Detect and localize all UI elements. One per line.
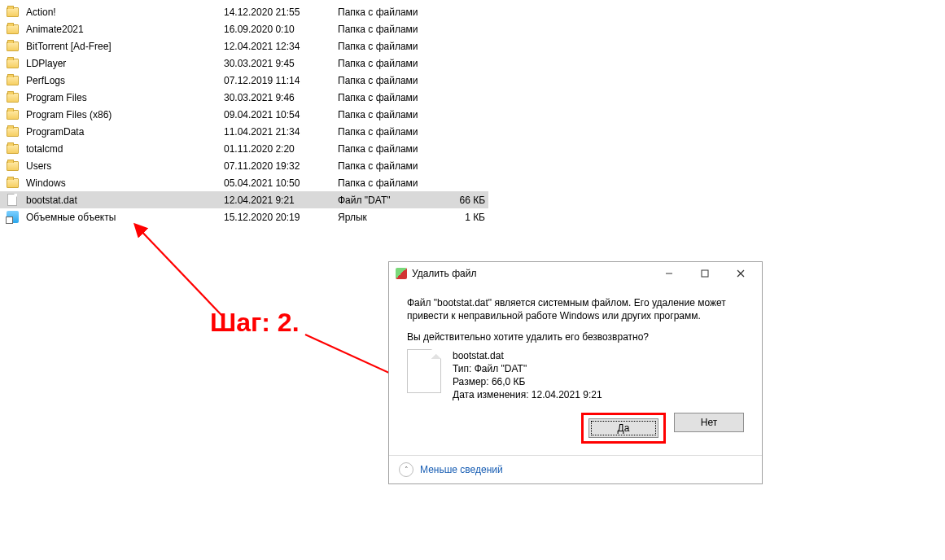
folder-icon xyxy=(0,93,24,103)
file-date-cell: 05.04.2021 10:50 xyxy=(224,177,338,189)
file-row[interactable]: totalcmd01.11.2020 2:20Папка с файлами xyxy=(0,140,488,157)
folder-icon xyxy=(0,76,24,85)
file-icon xyxy=(0,194,24,206)
file-row[interactable]: Объемные объекты15.12.2020 20:19Ярлык1 К… xyxy=(0,208,488,225)
file-type-cell: Папка с файлами xyxy=(338,126,448,138)
file-row[interactable]: Action!14.12.2020 21:55Папка с файлами xyxy=(0,3,488,20)
file-list: Action!14.12.2020 21:55Папка с файламиAn… xyxy=(0,0,488,225)
file-row[interactable]: Program Files30.03.2021 9:46Папка с файл… xyxy=(0,89,488,106)
dialog-titlebar[interactable]: Удалить файл xyxy=(389,262,762,285)
delete-file-dialog: Удалить файл Файл "bootstat.dat" являетс… xyxy=(388,261,763,484)
file-type-cell: Папка с файлами xyxy=(338,41,448,52)
file-name-cell: Users xyxy=(24,160,224,172)
file-icon xyxy=(407,349,441,393)
folder-icon xyxy=(0,144,24,154)
file-type-cell: Папка с файлами xyxy=(338,24,448,35)
file-type-cell: Ярлык xyxy=(338,212,448,223)
file-row[interactable]: bootstat.dat12.04.2021 9:21Файл "DAT"66 … xyxy=(0,191,488,208)
file-name-cell: totalcmd xyxy=(24,143,224,155)
folder-icon xyxy=(0,59,24,68)
file-type-cell: Папка с файлами xyxy=(338,177,448,189)
file-type-cell: Папка с файлами xyxy=(338,58,448,69)
file-type-cell: Файл "DAT" xyxy=(338,195,448,206)
file-date-cell: 30.03.2021 9:45 xyxy=(224,58,338,69)
file-type-cell: Папка с файлами xyxy=(338,92,448,103)
file-name-cell: ProgramData xyxy=(24,126,224,138)
folder-icon xyxy=(0,24,24,34)
file-name-cell: BitTorrent [Ad-Free] xyxy=(24,41,224,52)
file-row[interactable]: PerfLogs07.12.2019 11:14Папка с файлами xyxy=(0,72,488,89)
file-row[interactable]: Program Files (x86)09.04.2021 10:54Папка… xyxy=(0,106,488,123)
file-date-cell: 12.04.2021 9:21 xyxy=(224,195,338,206)
file-type-cell: Папка с файлами xyxy=(338,109,448,120)
less-details-label: Меньше сведений xyxy=(420,464,503,475)
maximize-button[interactable] xyxy=(687,262,723,285)
file-type-cell: Папка с файлами xyxy=(338,143,448,155)
close-button[interactable] xyxy=(723,262,759,285)
file-name-cell: Action! xyxy=(24,7,224,18)
dialog-warning-text: Файл "bootstat.dat" является системным ф… xyxy=(407,296,744,322)
file-name-cell: LDPlayer xyxy=(24,58,224,69)
file-row[interactable]: Windows05.04.2021 10:50Папка с файлами xyxy=(0,174,488,191)
file-date-cell: 11.04.2021 21:34 xyxy=(224,126,338,138)
less-details-button[interactable]: ˄ Меньше сведений xyxy=(389,455,762,483)
file-name-cell: PerfLogs xyxy=(24,75,224,86)
yes-button[interactable]: Да xyxy=(588,418,658,438)
file-type-cell: Папка с файлами xyxy=(338,160,448,172)
dialog-question-text: Вы действительно хотите удалить его безв… xyxy=(407,330,744,343)
file-date-cell: 16.09.2020 0:10 xyxy=(224,24,338,35)
dialog-icon xyxy=(396,268,407,279)
step-annotation: Шаг: 2. xyxy=(210,308,300,338)
file-size-cell: 1 КБ xyxy=(448,212,488,223)
no-button[interactable]: Нет xyxy=(674,413,744,432)
svg-line-0 xyxy=(136,225,222,316)
highlight-frame: Да xyxy=(581,413,666,444)
file-metadata: bootstat.dat Тип: Файл "DAT" Размер: 66,… xyxy=(453,349,602,402)
file-name-cell: Program Files (x86) xyxy=(24,109,224,120)
chevron-up-icon: ˄ xyxy=(399,462,413,477)
file-date-cell: 14.12.2020 21:55 xyxy=(224,7,338,18)
file-date-cell: 15.12.2020 20:19 xyxy=(224,212,338,223)
minimize-button[interactable] xyxy=(651,262,687,285)
file-name: bootstat.dat xyxy=(453,349,602,362)
folder-icon xyxy=(0,42,24,51)
file-row[interactable]: ProgramData11.04.2021 21:34Папка с файла… xyxy=(0,123,488,140)
file-date-cell: 07.11.2020 19:32 xyxy=(224,160,338,172)
file-date-cell: 30.03.2021 9:46 xyxy=(224,92,338,103)
file-name-cell: Windows xyxy=(24,177,224,189)
file-type-label: Тип: Файл "DAT" xyxy=(453,362,602,375)
file-row[interactable]: Users07.11.2020 19:32Папка с файлами xyxy=(0,157,488,174)
shortcut-icon xyxy=(0,211,24,223)
file-row[interactable]: LDPlayer30.03.2021 9:45Папка с файлами xyxy=(0,55,488,72)
svg-rect-3 xyxy=(702,270,708,277)
folder-icon xyxy=(0,110,24,120)
file-type-cell: Папка с файлами xyxy=(338,7,448,18)
file-date-cell: 07.12.2019 11:14 xyxy=(224,75,338,86)
folder-icon xyxy=(0,7,24,17)
folder-icon xyxy=(0,178,24,188)
file-size-cell: 66 КБ xyxy=(448,195,488,206)
file-row[interactable]: BitTorrent [Ad-Free]12.04.2021 12:34Папк… xyxy=(0,37,488,55)
file-name-cell: Program Files xyxy=(24,92,224,103)
dialog-title: Удалить файл xyxy=(412,268,651,279)
file-date-cell: 09.04.2021 10:54 xyxy=(224,109,338,120)
file-row[interactable]: Animate202116.09.2020 0:10Папка с файлам… xyxy=(0,20,488,37)
file-date-cell: 01.11.2020 2:20 xyxy=(224,143,338,155)
folder-icon xyxy=(0,161,24,171)
file-type-cell: Папка с файлами xyxy=(338,75,448,86)
folder-icon xyxy=(0,127,24,137)
file-date-cell: 12.04.2021 12:34 xyxy=(224,41,338,52)
file-size-label: Размер: 66,0 КБ xyxy=(453,375,602,388)
file-date-label: Дата изменения: 12.04.2021 9:21 xyxy=(453,388,602,401)
file-name-cell: Объемные объекты xyxy=(24,212,224,223)
file-name-cell: bootstat.dat xyxy=(24,195,224,206)
file-name-cell: Animate2021 xyxy=(24,24,224,35)
